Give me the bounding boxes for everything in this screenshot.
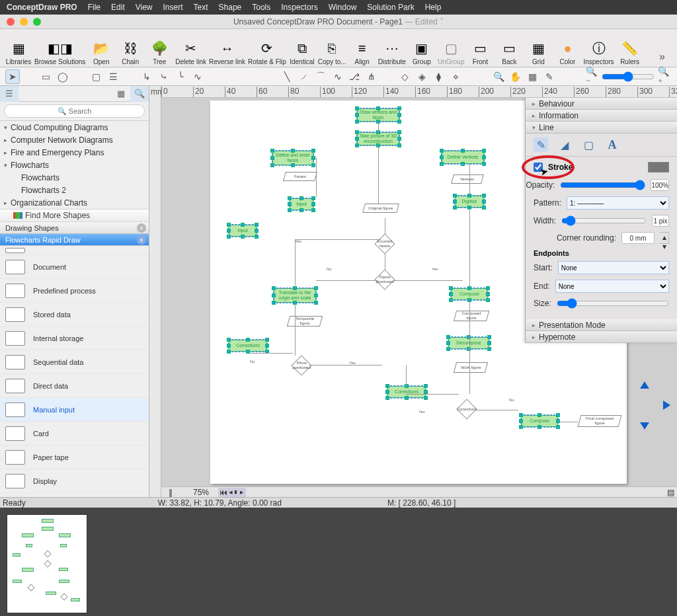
pointer-tool[interactable]: ➤ <box>5 69 20 84</box>
selection-handle[interactable] <box>227 235 231 239</box>
connector-tool-1[interactable]: ↳ <box>139 69 154 84</box>
sidebar-search-toggle[interactable]: 🔍 <box>130 86 149 102</box>
flowchart-connector[interactable] <box>469 210 470 287</box>
selection-handle[interactable] <box>405 384 409 388</box>
selection-handle[interactable] <box>467 206 471 210</box>
menu-shape[interactable]: Shape <box>219 3 242 12</box>
menu-view[interactable]: View <box>136 3 153 12</box>
selection-handle[interactable] <box>314 286 318 290</box>
selection-handle[interactable] <box>397 106 401 110</box>
selection-handle[interactable] <box>314 293 318 297</box>
selection-handle[interactable] <box>397 130 401 134</box>
connector-tool-3[interactable]: ╰ <box>173 69 188 84</box>
toolbar-open[interactable]: 📂Open <box>88 39 114 65</box>
endpoint-size-slider[interactable] <box>557 298 669 309</box>
tree-item[interactable]: ▾Cloud Computing Diagrams <box>0 121 149 134</box>
selection-handle[interactable] <box>311 208 315 212</box>
menu-insert[interactable]: Insert <box>163 3 183 12</box>
selection-handle[interactable] <box>519 413 523 417</box>
selection-handle[interactable] <box>397 120 401 124</box>
edit-points-tool-1[interactable]: ◇ <box>398 69 413 84</box>
selection-handle[interactable] <box>487 341 491 345</box>
shape-row[interactable]: Predefined process <box>0 279 149 303</box>
selection-handle[interactable] <box>311 163 315 167</box>
selection-handle[interactable] <box>270 156 274 160</box>
selection-handle[interactable] <box>355 106 359 110</box>
pattern-select[interactable]: 1: ———— <box>567 196 669 210</box>
flowchart-data[interactable]: Final composed figure <box>578 415 622 427</box>
selection-handle[interactable] <box>486 286 490 290</box>
selection-handle[interactable] <box>311 156 315 160</box>
polyline-tool[interactable]: ⟋ <box>297 69 311 84</box>
sidebar-view-grid[interactable]: ▦ <box>112 86 130 102</box>
flowchart-data[interactable]: Original figure <box>362 204 399 213</box>
flowchart-connector[interactable] <box>295 304 296 356</box>
text-tool[interactable]: ▢ <box>89 69 104 84</box>
shape-row[interactable]: Sequential data <box>0 350 149 374</box>
selection-handle[interactable] <box>449 292 453 296</box>
shape-row[interactable]: Document <box>0 255 149 279</box>
close-window-button[interactable] <box>7 18 15 26</box>
selection-handle[interactable] <box>397 137 401 141</box>
selection-handle[interactable] <box>299 208 303 212</box>
zoom-window-button[interactable] <box>33 18 41 26</box>
path-tool-1[interactable]: ⎇ <box>348 69 362 84</box>
toolbar-chain[interactable]: ⛓Chain <box>117 39 143 65</box>
flowchart-data[interactable]: Composed figure <box>454 311 489 321</box>
flowchart-connector[interactable] <box>378 122 379 132</box>
selection-handle[interactable] <box>556 425 560 429</box>
shape-row[interactable]: Paper tape <box>0 445 149 469</box>
edit-points-tool-4[interactable]: ⋄ <box>449 69 463 84</box>
toolbar-rulers[interactable]: 📏Rulers <box>617 39 643 65</box>
toolbar-rotate-flip[interactable]: ⟳Rotate & Flip <box>248 39 286 65</box>
tree-item[interactable]: Flowcharts <box>0 171 149 184</box>
end-select[interactable]: None <box>555 280 669 293</box>
selection-handle[interactable] <box>461 162 465 166</box>
selection-handle[interactable] <box>227 338 231 342</box>
selection-handle[interactable] <box>446 347 450 351</box>
flowchart-decision[interactable]: Corrections <box>456 399 477 419</box>
selection-handle[interactable] <box>453 206 457 210</box>
inspector-section-line[interactable]: ▾Line <box>526 122 677 134</box>
selection-handle[interactable] <box>270 149 274 153</box>
toolbar-ungroup[interactable]: ▢UnGroup <box>438 39 465 65</box>
toolbar-inspectors[interactable]: ⓘInspectors <box>583 39 614 65</box>
toolbar-align[interactable]: ≡Align <box>349 39 376 65</box>
selection-handle[interactable] <box>519 425 523 429</box>
selection-handle[interactable] <box>288 208 292 212</box>
selection-handle[interactable] <box>355 143 359 147</box>
selection-handle[interactable] <box>272 286 276 290</box>
path-tool-2[interactable]: ⋔ <box>364 69 379 84</box>
selection-handle[interactable] <box>270 163 274 167</box>
selection-handle[interactable] <box>255 235 259 239</box>
tree-item[interactable]: ▾Flowcharts <box>0 159 149 171</box>
selection-handle[interactable] <box>355 113 359 117</box>
flowchart-connector[interactable] <box>385 254 385 270</box>
selection-handle[interactable] <box>487 347 491 351</box>
selection-handle[interactable] <box>385 384 389 388</box>
menu-solution-park[interactable]: Solution Park <box>367 3 414 12</box>
selection-handle[interactable] <box>449 286 453 290</box>
toolbar-color[interactable]: ●Color <box>554 39 580 65</box>
selection-handle[interactable] <box>440 149 444 153</box>
zoom-value[interactable]: 75% <box>182 488 209 497</box>
selection-handle[interactable] <box>272 293 276 297</box>
flowchart-decision[interactable]: Fifure positioned <box>291 355 311 375</box>
flowchart-connector[interactable] <box>469 164 470 194</box>
selection-handle[interactable] <box>446 335 450 339</box>
flowchart-connector[interactable] <box>469 301 470 394</box>
inspector-section-information[interactable]: ▸Information <box>526 110 677 122</box>
selection-handle[interactable] <box>446 341 450 345</box>
selection-handle[interactable] <box>538 425 541 429</box>
toolbar-delete-link[interactable]: ✂Delete link <box>175 39 206 65</box>
document-edited-indicator[interactable]: — Edited ˅ <box>405 17 444 26</box>
pan-tool[interactable]: ✋ <box>508 69 523 84</box>
page-thumbnail[interactable]: Page1 <box>7 514 87 613</box>
flowchart-connector[interactable] <box>406 394 459 395</box>
selection-handle[interactable] <box>487 335 491 339</box>
selection-handle[interactable] <box>449 298 453 302</box>
selection-handle[interactable] <box>486 292 490 296</box>
minimize-window-button[interactable] <box>20 18 28 26</box>
selection-handle[interactable] <box>299 196 303 200</box>
inspector-section-presentation[interactable]: ▸Presentation Mode <box>526 319 677 331</box>
